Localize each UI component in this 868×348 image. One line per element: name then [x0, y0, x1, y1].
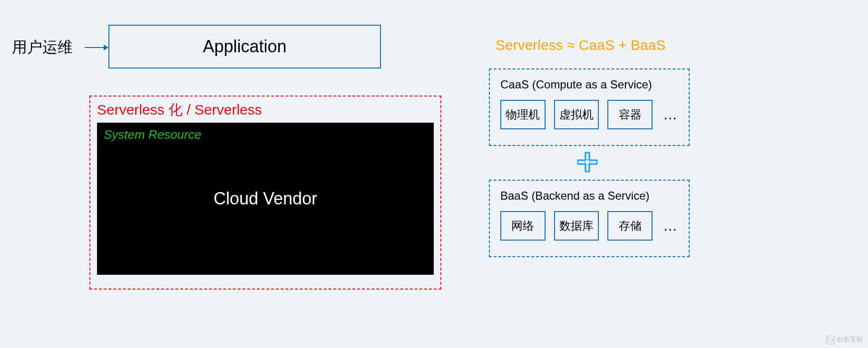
- cloud-vendor-label: Cloud Vendor: [214, 189, 317, 209]
- application-label: Application: [203, 37, 286, 57]
- caas-title: CaaS (Compute as a Service): [500, 78, 678, 91]
- system-resource-label: System Resource: [104, 127, 201, 142]
- serverless-container: Serverless 化 / Serverless System Resourc…: [89, 96, 441, 290]
- svg-marker-1: [104, 45, 108, 50]
- ellipsis-icon: …: [661, 218, 678, 234]
- application-box: Application: [108, 25, 381, 68]
- user-ops-label: 用户运维: [12, 37, 73, 58]
- serverless-title: Serverless 化 / Serverless: [97, 100, 434, 120]
- caas-box: CaaS (Compute as a Service) 物理机 虚拟机 容器 …: [489, 68, 690, 146]
- caas-item: 虚拟机: [554, 100, 599, 129]
- baas-box: BaaS (Backend as a Service) 网络 数据库 存储 …: [489, 180, 690, 257]
- arrow-icon: [85, 43, 108, 52]
- serverless-formula: Serverless ≈ CaaS + BaaS: [496, 37, 665, 53]
- cloud-vendor-box: System Resource Cloud Vendor: [97, 123, 434, 275]
- caas-item-row: 物理机 虚拟机 容器 …: [500, 100, 678, 129]
- svg-rect-4: [585, 160, 589, 164]
- caas-item: 容器: [607, 100, 653, 129]
- caas-item: 物理机: [500, 100, 546, 129]
- plus-icon: [577, 152, 598, 173]
- watermark-logo-icon: CX: [826, 336, 835, 344]
- baas-item-row: 网络 数据库 存储 …: [500, 211, 678, 241]
- watermark-text: 创新互联: [837, 336, 863, 344]
- baas-item: 存储: [607, 211, 653, 241]
- ellipsis-icon: …: [661, 106, 678, 123]
- baas-item: 数据库: [554, 211, 599, 241]
- watermark: CX 创新互联: [826, 336, 863, 344]
- baas-item: 网络: [500, 211, 546, 241]
- baas-title: BaaS (Backend as a Service): [500, 189, 678, 203]
